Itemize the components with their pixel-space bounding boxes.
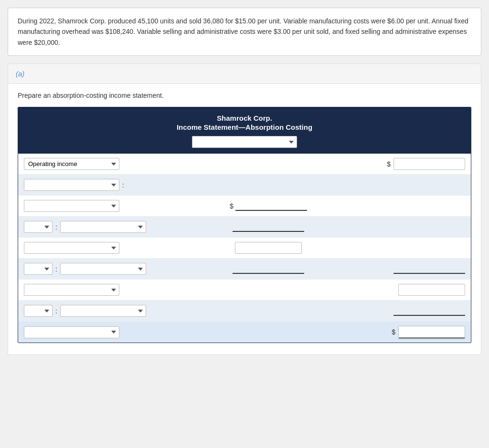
row3-label-select[interactable]	[24, 200, 119, 212]
section-label: (a)	[16, 70, 24, 78]
row4-mid-input[interactable]	[233, 222, 304, 232]
problem-statement: During 2022, Shamrock Corp. produced 45,…	[8, 8, 481, 56]
table-row: :	[18, 301, 471, 322]
row6-right-select[interactable]	[60, 263, 146, 275]
row7-right-input[interactable]	[398, 284, 465, 296]
instruction-text: Prepare an absorption-costing income sta…	[18, 92, 471, 99]
row3-dollar: $	[230, 202, 234, 210]
table-row	[18, 280, 471, 301]
row8-right-select[interactable]	[60, 305, 146, 317]
row4-colon: :	[55, 223, 57, 231]
row9-left	[24, 326, 167, 338]
table-row: $	[18, 196, 471, 217]
company-name: Shamrock Corp.	[24, 114, 465, 122]
row9-label-select[interactable]	[24, 326, 119, 338]
row6-mid	[167, 264, 370, 274]
row5-mid	[167, 242, 370, 254]
row2-colon: :	[122, 181, 124, 189]
row9-right: $	[370, 326, 465, 339]
row2-label-select[interactable]	[24, 179, 119, 191]
table-row: Operating income $	[18, 154, 471, 175]
row8-colon: :	[55, 307, 57, 315]
row1-label-select[interactable]: Operating income	[24, 158, 119, 170]
row6-right	[370, 264, 465, 274]
row3-left	[24, 200, 167, 212]
row5-left	[24, 242, 167, 254]
row6-mid-input[interactable]	[233, 264, 304, 274]
row7-label-select[interactable]	[24, 284, 119, 296]
row7-left	[24, 284, 167, 296]
row3-mid-input[interactable]	[235, 201, 307, 211]
table-row: :	[18, 217, 471, 238]
row4-right-select[interactable]	[60, 221, 146, 233]
table-row: :	[18, 259, 471, 280]
table-row: $	[18, 322, 471, 343]
row5-label-select[interactable]	[24, 242, 119, 254]
row2-left: :	[24, 179, 167, 191]
table-row	[18, 238, 471, 259]
row5-mid-input[interactable]	[235, 242, 302, 254]
row1-right: $	[370, 158, 465, 170]
row8-left: :	[24, 305, 167, 317]
row8-left-select[interactable]	[24, 305, 53, 317]
row3-mid: $	[167, 201, 370, 211]
income-table: Shamrock Corp. Income Statement—Absorpti…	[18, 107, 471, 343]
row6-left-select[interactable]	[24, 263, 53, 275]
row7-right	[370, 284, 465, 296]
row8-right-input[interactable]	[393, 306, 465, 316]
row8-right	[370, 306, 465, 316]
problem-text: During 2022, Shamrock Corp. produced 45,…	[18, 17, 468, 46]
table-body: Operating income $ :	[18, 154, 471, 343]
row1-input[interactable]	[393, 158, 465, 170]
row9-dollar: $	[392, 328, 395, 336]
row4-mid	[167, 222, 370, 232]
section-body: Prepare an absorption-costing income sta…	[8, 84, 481, 355]
row4-left-select[interactable]	[24, 221, 53, 233]
header-dropdown[interactable]	[192, 136, 297, 148]
table-header: Shamrock Corp. Income Statement—Absorpti…	[18, 107, 471, 154]
section-header: (a)	[8, 63, 481, 84]
row6-left: :	[24, 263, 167, 275]
statement-title: Income Statement—Absorption Costing	[24, 123, 465, 131]
row9-right-input[interactable]	[398, 326, 465, 339]
row1-dollar: $	[387, 160, 391, 168]
row6-right-input[interactable]	[393, 264, 465, 274]
row1-left: Operating income	[24, 158, 167, 170]
row6-colon: :	[55, 265, 57, 273]
row4-left: :	[24, 221, 167, 233]
table-row: :	[18, 175, 471, 196]
